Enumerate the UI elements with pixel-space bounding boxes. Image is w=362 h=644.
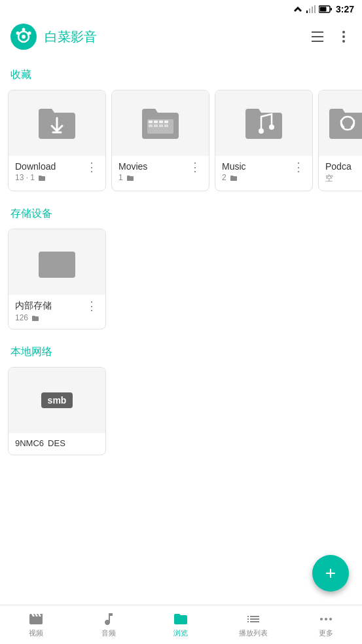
folder-details-podcast: Podca 空	[325, 161, 352, 184]
svg-point-36	[329, 618, 332, 620]
signal-icon	[306, 5, 316, 13]
svg-point-18	[342, 31, 345, 33]
network-grid: smb 9NMC6 DES	[0, 364, 362, 463]
top-bar: 白菜影音	[0, 18, 362, 55]
svg-point-13	[16, 31, 20, 35]
movies-folder-icon	[139, 102, 181, 144]
folder-menu-podcast[interactable]: ⋮	[355, 161, 362, 173]
folder-info-download: Download 13 · 1 ⋮	[9, 156, 105, 189]
svg-point-20	[342, 40, 345, 43]
svg-rect-25	[159, 121, 163, 123]
folder-count-icon2	[126, 174, 134, 182]
folder-details-download: Download 13 · 1	[15, 161, 56, 182]
wifi-icon	[293, 5, 303, 13]
nav-item-more[interactable]: 更多	[289, 605, 362, 644]
nav-item-video[interactable]: 视频	[0, 605, 73, 644]
smb-name: 9NMC6	[15, 438, 44, 448]
download-folder-icon	[36, 102, 78, 144]
folder-info-music: Music 2 ⋮	[215, 156, 312, 189]
add-icon: +	[325, 564, 336, 582]
smb-card[interactable]: smb 9NMC6 DES	[8, 367, 106, 455]
svg-point-31	[259, 128, 264, 134]
folder-card-movies[interactable]: Movies 1 ⋮	[111, 90, 209, 191]
svg-rect-16	[312, 41, 323, 42]
svg-rect-30	[164, 124, 168, 127]
folder-meta-music: 2	[222, 173, 246, 182]
nav-label-video: 视频	[29, 628, 43, 638]
svg-rect-2	[309, 9, 310, 13]
smb-icon-area: smb	[9, 368, 105, 433]
svg-rect-28	[154, 124, 158, 127]
svg-rect-7	[331, 8, 332, 10]
storage-info: 内部存储 126 ⋮	[9, 295, 105, 329]
folder-info-movies: Movies 1 ⋮	[112, 156, 209, 189]
list-view-icon[interactable]	[310, 29, 325, 45]
folder-card-download[interactable]: Download 13 · 1 ⋮	[8, 90, 106, 191]
storage-title: 存储设备	[0, 199, 362, 226]
nav-label-browse: 浏览	[173, 628, 188, 638]
svg-point-19	[342, 35, 345, 38]
storage-menu[interactable]: ⋮	[84, 300, 99, 312]
more-vertical-icon[interactable]	[336, 29, 352, 45]
folder-name-music: Music	[222, 161, 246, 172]
folder-menu-music[interactable]: ⋮	[291, 161, 306, 173]
status-icons	[293, 5, 332, 13]
nav-item-playlist[interactable]: 播放列表	[217, 605, 290, 644]
folder-card-podcast[interactable]: Podca 空 ⋮	[318, 90, 362, 191]
storage-card-internal[interactable]: 内部存储 126 ⋮	[8, 229, 106, 330]
storage-details: 内部存储 126	[15, 300, 52, 322]
svg-point-11	[22, 28, 26, 31]
main-content: 收藏 Download 13 · 1 ⋮	[0, 55, 362, 605]
svg-rect-15	[312, 36, 323, 37]
nav-label-more: 更多	[319, 628, 333, 638]
folder-card-music[interactable]: Music 2 ⋮	[215, 90, 313, 191]
folder-name-download: Download	[15, 161, 56, 172]
folder-details-music: Music 2	[222, 161, 246, 182]
svg-point-35	[325, 618, 327, 620]
folder-meta-download: 13 · 1	[15, 173, 56, 182]
folder-details-movies: Movies 1	[118, 161, 147, 182]
status-bar: 3:27	[0, 0, 362, 18]
svg-marker-0	[294, 7, 302, 12]
folder-meta-movies: 1	[118, 173, 147, 182]
audio-nav-icon	[101, 611, 117, 627]
smb-badge: smb	[41, 392, 73, 408]
network-title: 本地网络	[0, 337, 362, 364]
storage-grid: 内部存储 126 ⋮	[0, 226, 362, 337]
svg-rect-4	[314, 5, 316, 13]
folder-count-icon	[38, 174, 46, 182]
svg-rect-6	[319, 7, 326, 12]
folder-info-podcast: Podca 空 ⋮	[319, 156, 362, 191]
svg-point-34	[320, 618, 323, 620]
bottom-nav: 视频 音频 浏览 播放列表 更多	[0, 605, 362, 644]
nav-label-playlist: 播放列表	[239, 628, 268, 638]
status-time: 3:27	[336, 4, 354, 14]
smb-info: 9NMC6 DES	[9, 433, 105, 455]
folder-icon-area-podcast	[319, 90, 362, 156]
folder-menu-movies[interactable]: ⋮	[188, 161, 202, 173]
folder-name-movies: Movies	[118, 161, 147, 172]
top-actions	[310, 29, 352, 45]
storage-name: 内部存储	[15, 300, 52, 312]
svg-rect-27	[149, 124, 153, 127]
battery-icon	[319, 5, 332, 13]
nav-label-audio: 音频	[101, 628, 116, 638]
svg-rect-29	[159, 124, 163, 127]
add-fab[interactable]: +	[312, 555, 349, 592]
podcast-folder-icon	[327, 102, 362, 144]
storage-icon-area	[9, 229, 105, 295]
folder-icon-area-music	[215, 90, 312, 156]
smb-tag: DES	[48, 438, 65, 448]
nav-item-browse[interactable]: 浏览	[145, 605, 217, 644]
folder-menu-download[interactable]: ⋮	[84, 161, 99, 173]
svg-rect-24	[154, 121, 158, 123]
svg-rect-17	[312, 31, 314, 33]
folder-icon-area-movies	[112, 90, 209, 156]
storage-meta: 126	[15, 313, 52, 322]
favorites-grid: Download 13 · 1 ⋮	[0, 87, 362, 199]
nav-item-audio[interactable]: 音频	[73, 605, 145, 644]
storage-folder-icon	[36, 241, 78, 283]
favorites-title: 收藏	[0, 60, 362, 87]
browse-nav-icon	[173, 611, 189, 627]
music-folder-icon	[243, 102, 285, 144]
